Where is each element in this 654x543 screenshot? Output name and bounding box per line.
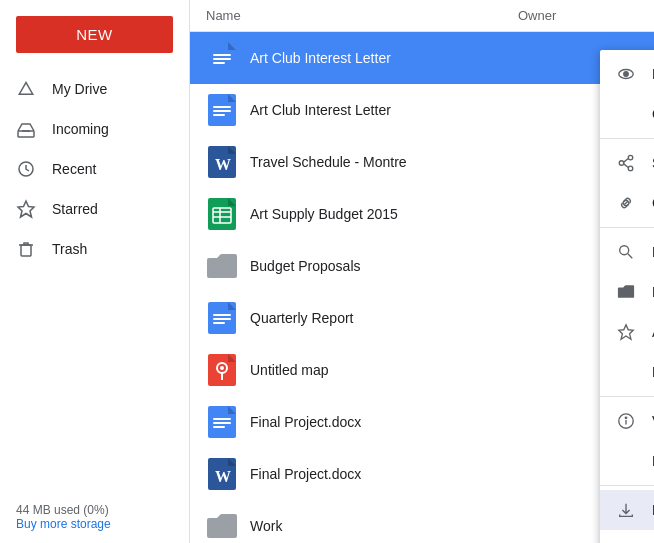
sidebar-item-my-drive[interactable]: My Drive <box>0 69 181 109</box>
menu-item-preview[interactable]: Preview <box>600 54 654 94</box>
file-icon-docs <box>206 42 238 74</box>
table-row[interactable]: Quarterly Report <box>190 292 654 344</box>
svg-text:W: W <box>215 468 231 485</box>
sidebar-item-starred[interactable]: Starred <box>0 189 181 229</box>
table-row[interactable]: Final Project.docx <box>190 396 654 448</box>
eye-icon <box>616 64 636 84</box>
menu-item-get-link[interactable]: Get link <box>600 183 654 223</box>
svg-rect-7 <box>213 58 231 60</box>
file-icon-docs <box>206 406 238 438</box>
drive-icon <box>16 79 36 99</box>
menu-item-view-details[interactable]: View details <box>600 401 654 441</box>
menu-item-move-to[interactable]: Move to... <box>600 272 654 312</box>
menu-item-open-with[interactable]: Open with › <box>600 94 654 134</box>
svg-rect-3 <box>21 245 31 256</box>
svg-text:W: W <box>215 156 231 173</box>
svg-point-52 <box>625 417 626 418</box>
context-menu: Preview Open with › Share... <box>600 50 654 543</box>
svg-marker-2 <box>18 201 34 217</box>
file-name: Quarterly Report <box>250 310 638 326</box>
svg-point-44 <box>628 166 633 171</box>
file-list: Art Club Interest Letter Art Club Intere… <box>190 32 654 543</box>
rename-icon <box>616 362 636 382</box>
svg-point-43 <box>628 155 633 160</box>
svg-point-41 <box>624 72 629 77</box>
svg-line-45 <box>624 159 629 163</box>
menu-item-download[interactable]: Download ☞ <box>600 490 654 530</box>
sidebar-item-incoming[interactable]: Incoming <box>0 109 181 149</box>
copy-icon <box>616 451 636 471</box>
file-list-header: Name Owner <box>190 0 654 32</box>
menu-divider <box>600 396 654 397</box>
sidebar-item-recent[interactable]: Recent <box>0 149 181 189</box>
table-row[interactable]: Art Supply Budget 2015 <box>190 188 654 240</box>
table-row[interactable]: W Travel Schedule - Montre <box>190 136 654 188</box>
table-row[interactable]: Untitled map <box>190 344 654 396</box>
open-with-icon <box>616 104 636 124</box>
sidebar-item-trash-label: Trash <box>52 241 87 257</box>
svg-line-48 <box>628 254 633 258</box>
file-name: Art Club Interest Letter <box>250 50 638 66</box>
svg-point-47 <box>620 246 629 255</box>
table-row[interactable]: Budget Proposals <box>190 240 654 292</box>
svg-rect-25 <box>213 314 231 316</box>
svg-rect-6 <box>213 54 231 56</box>
svg-line-46 <box>624 164 629 168</box>
clock-icon <box>16 159 36 179</box>
table-row[interactable]: W Final Project.docx <box>190 448 654 500</box>
menu-divider <box>600 227 654 228</box>
storage-used-text: 44 MB used (0%) <box>16 503 173 517</box>
sidebar-item-recent-label: Recent <box>52 161 96 177</box>
svg-rect-36 <box>213 426 225 428</box>
file-name: Art Club Interest Letter <box>250 102 638 118</box>
file-icon-docs <box>206 302 238 334</box>
owner-column-header: Owner <box>518 8 638 23</box>
file-icon-folder <box>206 510 238 542</box>
svg-rect-35 <box>213 422 231 424</box>
share-icon <box>616 153 636 173</box>
sidebar: NEW My Drive Incoming Recent <box>0 0 190 543</box>
file-icon-docs <box>206 94 238 126</box>
star-outline-icon <box>616 322 636 342</box>
svg-rect-0 <box>18 131 34 137</box>
file-icon-word: W <box>206 146 238 178</box>
svg-rect-8 <box>213 62 225 64</box>
file-name: Final Project.docx <box>250 466 638 482</box>
file-icon-folder <box>206 250 238 282</box>
file-icon-sheets <box>206 198 238 230</box>
info-icon <box>616 411 636 431</box>
file-name: Art Supply Budget 2015 <box>250 206 638 222</box>
table-row[interactable]: Art Club Interest Letter <box>190 32 654 84</box>
link-icon <box>616 193 636 213</box>
menu-item-share[interactable]: Share... <box>600 143 654 183</box>
menu-item-add-star[interactable]: Add star <box>600 312 654 352</box>
svg-rect-13 <box>213 114 225 116</box>
sidebar-item-my-drive-label: My Drive <box>52 81 107 97</box>
svg-rect-12 <box>213 110 231 112</box>
download-icon <box>616 500 636 520</box>
search-icon <box>616 242 636 262</box>
menu-divider <box>600 485 654 486</box>
sidebar-item-starred-label: Starred <box>52 201 98 217</box>
menu-item-remove[interactable]: Remove <box>600 530 654 543</box>
buy-storage-link[interactable]: Buy more storage <box>16 517 111 531</box>
sidebar-item-incoming-label: Incoming <box>52 121 109 137</box>
sidebar-item-trash[interactable]: Trash <box>0 229 181 269</box>
table-row[interactable]: Work <box>190 500 654 543</box>
storage-info: 44 MB used (0%) Buy more storage <box>0 491 189 543</box>
menu-item-locate[interactable]: Locate in My Drive <box>600 232 654 272</box>
menu-item-rename[interactable]: Rename... <box>600 352 654 392</box>
svg-rect-34 <box>213 418 231 420</box>
menu-item-make-copy[interactable]: Make a copy <box>600 441 654 481</box>
file-name: Final Project.docx <box>250 414 638 430</box>
file-name: Budget Proposals <box>250 258 638 274</box>
star-icon <box>16 199 36 219</box>
svg-marker-49 <box>619 325 633 339</box>
new-button[interactable]: NEW <box>16 16 173 53</box>
svg-rect-27 <box>213 322 225 324</box>
name-column-header: Name <box>206 8 518 23</box>
file-name: Untitled map <box>250 362 638 378</box>
file-icon-word: W <box>206 458 238 490</box>
file-name: Work <box>250 518 638 534</box>
table-row[interactable]: Art Club Interest Letter <box>190 84 654 136</box>
